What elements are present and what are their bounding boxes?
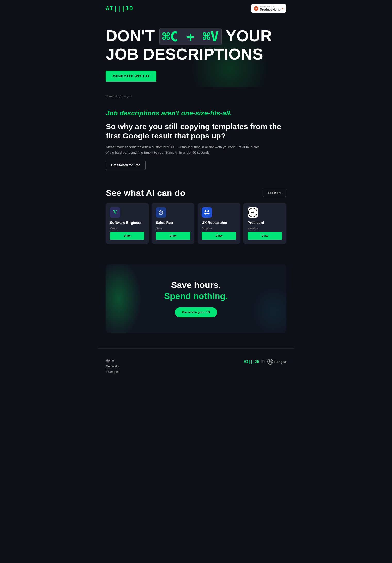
ph-prefix: FEATURED ON	[260, 5, 280, 8]
card-3-company: Dropbox	[202, 227, 236, 230]
generate-with-ai-button[interactable]: GENERATE WITH AI	[106, 71, 156, 82]
card-2-company: Gem	[156, 227, 190, 230]
save-hours-heading: Save hours.	[113, 280, 279, 290]
footer-brand: AI|||JD BY Pangea	[244, 359, 286, 365]
card-4-view-button[interactable]: View	[248, 232, 282, 240]
svg-marker-2	[204, 210, 207, 212]
footer-link-home[interactable]: Home	[106, 359, 120, 362]
svg-marker-5	[207, 213, 210, 215]
job-card-3: UX Researcher Dropbox View	[198, 203, 240, 244]
footer-link-generator[interactable]: Generator	[106, 365, 120, 368]
value-prop-heading: So why are you still copying templates f…	[106, 122, 286, 140]
job-cards-grid: V Software Engineer Vendr View Sales Rep…	[106, 203, 286, 244]
save-hours-inner: Save hours. Spend nothing. Generate your…	[106, 264, 286, 333]
green-subheading: Job descriptions aren't one-size-fits-al…	[106, 108, 260, 119]
card-3-title: UX Researcher	[202, 221, 236, 225]
footer-logo: AI|||JD	[244, 360, 259, 364]
ph-icon: P	[254, 6, 258, 11]
see-more-button[interactable]: See More	[263, 189, 286, 197]
ph-label: Product Hunt	[260, 8, 280, 11]
vendr-icon: V	[110, 207, 120, 218]
keyboard-shortcut: ⌘C + ⌘V	[159, 28, 222, 45]
card-2-view-button[interactable]: View	[156, 232, 190, 240]
get-started-button[interactable]: Get Started for Free	[106, 161, 146, 170]
ai-section-header: See what AI can do See More	[106, 188, 286, 198]
card-1-view-button[interactable]: View	[110, 232, 144, 240]
footer-nav: Home Generator Examples	[106, 359, 120, 374]
value-prop-section: Job descriptions aren't one-size-fits-al…	[98, 100, 294, 177]
ai-examples-section: See what AI can do See More V Software E…	[98, 178, 294, 249]
navbar: AI|||JD P FEATURED ON Product Hunt ▲	[98, 0, 294, 17]
ai-section-heading: See what AI can do	[106, 188, 185, 198]
hero-headline: DON'T ⌘C + ⌘V YOUR JOB DESCRIPTIONS	[106, 27, 286, 63]
card-2-title: Sales Rep	[156, 221, 190, 225]
card-1-title: Software Engineer	[110, 221, 144, 225]
pangea-icon	[267, 359, 273, 365]
job-card-1: V Software Engineer Vendr View	[106, 203, 149, 244]
card-1-company: Vendr	[110, 227, 144, 230]
footer-link-examples[interactable]: Examples	[106, 370, 120, 374]
pangea-label: Pangea	[274, 360, 286, 364]
generate-jd-button[interactable]: Generate your JD	[175, 307, 217, 317]
save-hours-section: Save hours. Spend nothing. Generate your…	[98, 249, 294, 348]
product-hunt-badge[interactable]: P FEATURED ON Product Hunt ▲	[251, 4, 286, 13]
card-4-company: WeWork	[248, 227, 282, 230]
job-card-2: Sales Rep Gem View	[152, 203, 194, 244]
value-prop-body: Attract more candidates with a customize…	[106, 145, 260, 155]
gem-icon	[156, 207, 166, 218]
powered-by-label: Powered by Pangea	[98, 87, 294, 100]
logo[interactable]: AI|||JD	[106, 5, 133, 12]
svg-marker-4	[204, 213, 207, 215]
footer-by-text: BY	[261, 360, 265, 363]
footer: Home Generator Examples AI|||JD BY Pange…	[98, 348, 294, 384]
spend-nothing-text: Spend nothing.	[113, 291, 279, 301]
ph-arrow-icon: ▲	[281, 7, 284, 10]
job-card-4: we President WeWork View	[243, 203, 286, 244]
svg-marker-3	[207, 210, 210, 212]
card-3-view-button[interactable]: View	[202, 232, 236, 240]
card-4-title: President	[248, 221, 282, 225]
dropbox-icon	[202, 207, 212, 218]
pangea-logo: Pangea	[267, 359, 286, 365]
hero-section: DON'T ⌘C + ⌘V YOUR JOB DESCRIPTIONS GENE…	[98, 17, 294, 87]
wework-icon: we	[248, 207, 258, 218]
